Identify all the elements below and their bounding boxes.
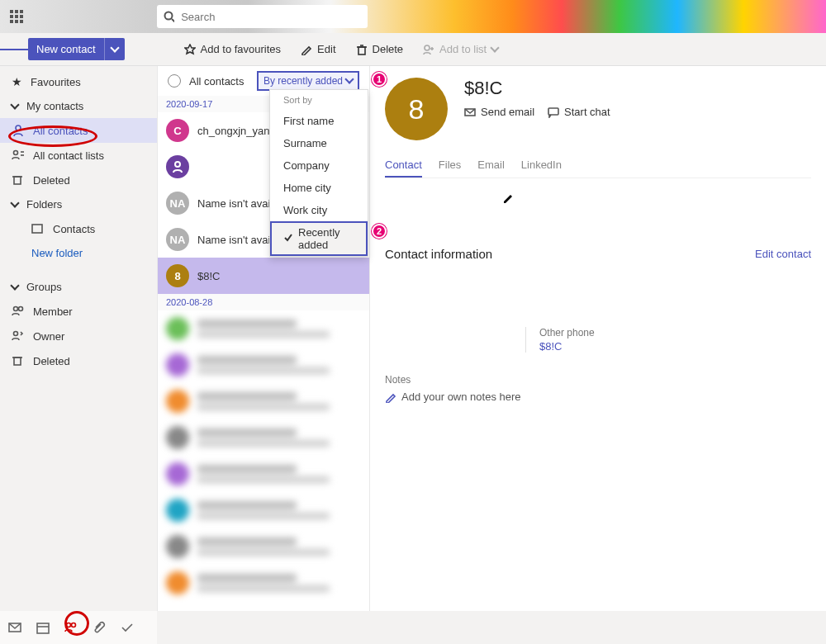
dropdown-item-label: Recently added <box>298 226 354 251</box>
annotation-ring-all-contacts <box>8 125 97 147</box>
annotation-two: 2 <box>372 224 387 239</box>
dropdown-item-label: Company <box>283 159 330 172</box>
people-list-icon <box>12 149 25 162</box>
search-input[interactable] <box>174 11 361 23</box>
info-label: Other phone <box>539 327 811 339</box>
toolbar: New contact Add to favourites Edit Delet… <box>0 33 826 66</box>
add-to-favourites-button[interactable]: Add to favourites <box>174 43 292 55</box>
sidebar-item-groups[interactable]: Groups <box>0 275 157 299</box>
search-box[interactable] <box>157 5 368 28</box>
pencil-icon <box>385 391 396 403</box>
sidebar-item-groups-deleted[interactable]: Deleted <box>0 348 157 373</box>
dropdown-item[interactable]: Recently added <box>270 221 368 256</box>
avatar <box>166 155 189 178</box>
checkmark-icon[interactable] <box>121 621 134 634</box>
dropdown-item[interactable]: Company <box>270 154 368 177</box>
sort-dropdown[interactable]: Sort by First nameSurnameCompanyHome cit… <box>269 89 368 257</box>
date-header: 2020-08-28 <box>158 294 369 310</box>
chevron-down-icon <box>491 43 498 55</box>
svg-point-10 <box>14 151 18 155</box>
svg-point-18 <box>14 332 18 336</box>
sidebar-item-all-lists[interactable]: All contact lists <box>0 143 157 168</box>
add-notes-button[interactable]: Add your own notes here <box>385 391 811 403</box>
list-item-redacted <box>158 528 369 565</box>
tab-contact[interactable]: Contact <box>385 159 422 178</box>
top-bar <box>0 0 826 33</box>
list-item-redacted <box>158 456 369 492</box>
trash-icon <box>12 173 25 187</box>
edit-contact-button[interactable]: Edit contact <box>502 192 811 315</box>
start-chat-button[interactable]: Start chat <box>548 106 610 118</box>
send-email-button[interactable]: Send email <box>464 106 534 118</box>
calendar-icon[interactable] <box>36 621 50 634</box>
sidebar-item-member[interactable]: Member <box>0 299 157 324</box>
sort-button[interactable]: By recently added <box>257 71 359 91</box>
info-other-phone: Other phone $8!C <box>525 327 811 353</box>
people-icon <box>12 305 25 318</box>
contact-title: $8!C <box>464 78 610 99</box>
sidebar-item-folders[interactable]: Folders <box>0 192 157 216</box>
sidebar-item-owner[interactable]: Owner <box>0 324 157 348</box>
trash-icon <box>356 44 368 55</box>
select-all-radio[interactable] <box>168 74 181 88</box>
tab-email[interactable]: Email <box>477 159 505 178</box>
detail-pane: 8 $8!C Send email Start chat Contact Fil… <box>370 66 826 611</box>
contacts-folder-icon <box>31 222 45 235</box>
svg-point-17 <box>19 307 23 311</box>
new-contact-button[interactable]: New contact <box>28 38 125 60</box>
section-title: Contact information <box>385 247 492 261</box>
pencil-icon <box>301 44 312 55</box>
app-launcher-icon[interactable] <box>0 0 33 33</box>
mail-icon <box>464 107 476 118</box>
svg-rect-3 <box>358 47 365 54</box>
dropdown-item[interactable]: Home city <box>270 177 368 199</box>
sidebar-item-contacts-folder[interactable]: Contacts <box>0 216 157 241</box>
chevron-down-icon <box>12 198 18 211</box>
sidebar-item-my-contacts[interactable]: My contacts <box>0 94 157 118</box>
list-item-redacted <box>158 492 369 528</box>
attachment-icon[interactable] <box>93 621 106 634</box>
chat-icon <box>548 107 559 118</box>
dropdown-item-label: Surname <box>283 137 327 149</box>
info-value[interactable]: $8!C <box>539 340 811 353</box>
chevron-down-icon <box>12 281 18 293</box>
list-item-redacted <box>158 565 369 601</box>
person-plus-icon <box>423 44 434 55</box>
new-contact-label: New contact <box>28 38 104 60</box>
pencil-icon <box>502 192 750 315</box>
svg-rect-15 <box>32 225 42 233</box>
annotation-one: 1 <box>372 72 387 87</box>
dropdown-item-label: First name <box>283 115 334 127</box>
sidebar-item-new-folder[interactable]: New folder <box>0 241 157 265</box>
svg-point-6 <box>425 45 430 50</box>
list-item-redacted <box>158 347 369 383</box>
sidebar-item-deleted[interactable]: Deleted <box>0 168 157 192</box>
list-item-label: $8!C <box>197 270 361 282</box>
edit-button[interactable]: Edit <box>291 43 345 55</box>
tab-linkedin[interactable]: LinkedIn <box>521 159 562 178</box>
star-icon <box>12 75 22 88</box>
mail-icon[interactable] <box>8 621 21 634</box>
dropdown-item[interactable]: First name <box>270 110 368 132</box>
owner-icon <box>12 329 25 343</box>
svg-point-16 <box>14 307 18 311</box>
star-outline-icon <box>184 44 196 55</box>
svg-point-21 <box>175 162 180 167</box>
tab-files[interactable]: Files <box>439 159 461 178</box>
sidebar-item-favourites[interactable]: Favourites <box>0 69 157 94</box>
delete-button[interactable]: Delete <box>346 43 414 55</box>
new-contact-chevron[interactable] <box>104 38 125 60</box>
add-to-list-button[interactable]: Add to list <box>413 43 508 55</box>
svg-rect-19 <box>14 358 21 365</box>
list-item-redacted <box>158 383 369 419</box>
trash-icon <box>12 354 25 367</box>
list-item-redacted <box>158 310 369 347</box>
list-item[interactable]: 8$8!C <box>158 258 369 294</box>
dropdown-item-label: Home city <box>283 182 331 194</box>
notes-header: Notes <box>385 374 811 386</box>
list-title: All contacts <box>189 75 244 88</box>
dropdown-item[interactable]: Surname <box>270 132 368 154</box>
list-item-redacted <box>158 419 369 456</box>
checkmark-icon <box>283 233 293 245</box>
dropdown-item[interactable]: Work city <box>270 199 368 221</box>
